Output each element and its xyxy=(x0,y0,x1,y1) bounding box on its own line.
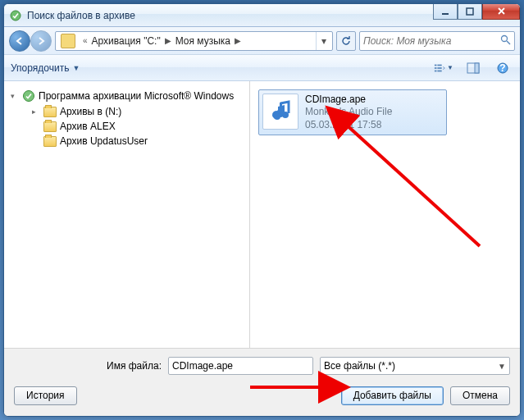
file-date: 05.03.2011 17:58 xyxy=(305,118,392,131)
breadcrumb-part[interactable]: Моя музыка xyxy=(175,35,230,47)
tree-item[interactable]: ▸ Архивы в (N:) xyxy=(7,104,246,119)
chevron-down-icon: ▼ xyxy=(498,362,506,371)
chevron-right-icon: ▶ xyxy=(232,36,244,45)
file-name: CDImage.ape xyxy=(305,94,392,105)
filename-field[interactable] xyxy=(168,357,313,375)
navigation-pane[interactable]: ▾ Программа архивации Microsoft® Windows… xyxy=(4,81,250,348)
svg-rect-10 xyxy=(437,70,441,71)
expand-icon[interactable]: ▾ xyxy=(11,92,19,100)
file-list-pane[interactable]: CDImage.ape Monkey's Audio File 05.03.20… xyxy=(250,81,520,348)
breadcrumb-part[interactable]: Архивация "C:" xyxy=(92,35,161,47)
address-bar[interactable]: « Архивация "C:" ▶ Моя музыка ▶ ▾ xyxy=(55,31,333,51)
file-meta: CDImage.ape Monkey's Audio File 05.03.20… xyxy=(305,94,392,131)
tree-item-label: Архив UpdatusUser xyxy=(60,135,148,147)
maximize-button[interactable] xyxy=(458,3,482,20)
minimize-button[interactable] xyxy=(433,3,458,20)
preview-pane-button[interactable] xyxy=(462,59,484,77)
svg-rect-5 xyxy=(435,64,437,66)
svg-rect-1 xyxy=(442,13,449,15)
back-button[interactable] xyxy=(9,30,30,52)
organize-menu[interactable]: Упорядочить ▼ xyxy=(11,62,80,74)
svg-rect-9 xyxy=(435,70,437,71)
folder-icon xyxy=(43,107,57,117)
filename-input[interactable] xyxy=(172,358,309,373)
search-icon xyxy=(500,34,511,48)
tree-item-label: Архивы в (N:) xyxy=(60,106,121,117)
history-button[interactable]: История xyxy=(14,386,77,405)
address-dropdown[interactable]: ▾ xyxy=(316,32,330,50)
svg-point-3 xyxy=(502,35,508,41)
svg-rect-8 xyxy=(437,67,441,69)
tree-root[interactable]: ▾ Программа архивации Microsoft® Windows xyxy=(7,88,246,104)
dialog-window: Поиск файлов в архиве « Архивац xyxy=(3,3,521,417)
file-item-selected[interactable]: CDImage.ape Monkey's Audio File 05.03.20… xyxy=(258,89,447,135)
backup-program-icon xyxy=(22,89,35,103)
filter-label: Все файлы (*.*) xyxy=(324,360,395,372)
tree-root-label: Программа архивации Microsoft® Windows xyxy=(39,90,234,102)
svg-line-4 xyxy=(507,41,510,44)
search-box[interactable] xyxy=(359,31,515,51)
filename-label: Имя файла: xyxy=(14,360,162,372)
filetype-filter[interactable]: Все файлы (*.*) ▼ xyxy=(320,357,510,375)
chevron-left-icon: « xyxy=(80,36,90,45)
cancel-button[interactable]: Отмена xyxy=(450,386,510,405)
window-controls xyxy=(433,3,520,20)
bottom-bar: Имя файла: Все файлы (*.*) ▼ История Доб… xyxy=(4,349,520,416)
navigation-bar: « Архивация "C:" ▶ Моя музыка ▶ ▾ xyxy=(4,27,520,55)
chevron-down-icon: ▼ xyxy=(72,64,80,72)
forward-button[interactable] xyxy=(30,30,52,52)
app-icon xyxy=(9,9,22,22)
refresh-button[interactable] xyxy=(336,31,356,51)
close-button[interactable] xyxy=(482,3,520,20)
svg-rect-2 xyxy=(467,8,473,15)
add-files-button[interactable]: Добавить файлы xyxy=(341,386,444,405)
toolbar: Упорядочить ▼ ▼ ? xyxy=(4,55,520,81)
svg-rect-12 xyxy=(475,63,479,73)
folder-icon xyxy=(43,121,57,132)
svg-rect-6 xyxy=(437,64,441,66)
svg-point-16 xyxy=(274,113,280,120)
file-type: Monkey's Audio File xyxy=(305,105,392,118)
svg-rect-7 xyxy=(435,67,437,69)
tree-item-label: Архив ALEX xyxy=(60,121,116,132)
chevron-right-icon: ▶ xyxy=(162,36,174,45)
tree-item[interactable]: ▸ Архив UpdatusUser xyxy=(7,134,246,148)
audio-file-icon xyxy=(262,94,298,130)
window-title: Поиск файлов в архиве xyxy=(27,10,135,21)
tree-item[interactable]: ▸ Архив ALEX xyxy=(7,119,246,134)
search-input[interactable] xyxy=(363,33,500,49)
expand-icon[interactable]: ▸ xyxy=(32,107,40,116)
content-area: ▾ Программа архивации Microsoft® Windows… xyxy=(4,81,520,349)
help-button[interactable]: ? xyxy=(492,59,513,77)
organize-label: Упорядочить xyxy=(11,62,69,74)
folder-icon xyxy=(61,34,75,48)
folder-icon xyxy=(43,136,57,147)
view-options-button[interactable]: ▼ xyxy=(433,59,454,77)
titlebar: Поиск файлов в архиве xyxy=(4,4,520,27)
svg-text:?: ? xyxy=(499,62,505,74)
